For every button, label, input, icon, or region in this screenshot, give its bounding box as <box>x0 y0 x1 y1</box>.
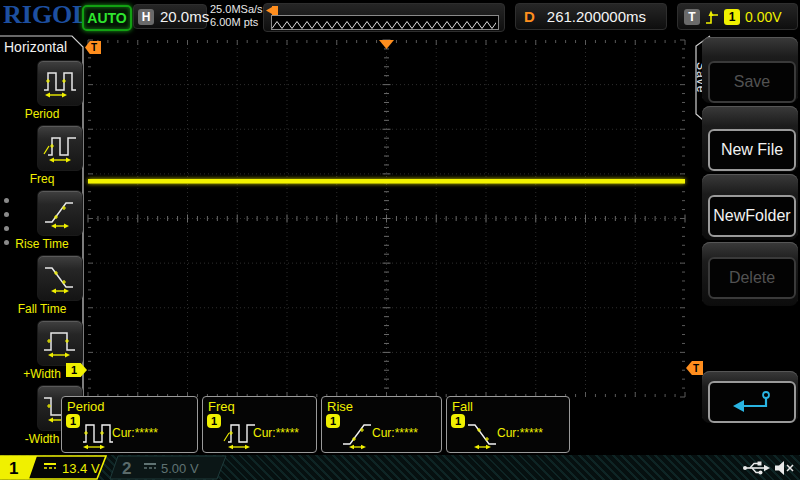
back-button[interactable] <box>708 381 796 423</box>
trigger-key-icon: T <box>684 9 700 25</box>
channel-status-bar: 1 13.4 V 2 5.00 V <box>0 455 800 480</box>
new-file-button[interactable]: New File <box>708 129 796 171</box>
freq-icon <box>42 132 78 164</box>
sample-rate-readout: 25.0MSa/s 6.00M pts <box>210 3 263 29</box>
source-channel-badge: 1 <box>66 414 80 428</box>
waveform-display-grid <box>88 40 685 397</box>
measurement-box-fall: Fall 1 Cur:***** Avg:***** Max:***** Min… <box>446 396 570 453</box>
sidebar-item-period[interactable] <box>37 60 83 106</box>
h-key-icon: H <box>138 9 154 25</box>
plus-width-icon <box>42 327 78 359</box>
ch1-indicator[interactable]: 1 13.4 V <box>0 456 106 479</box>
rigol-logo: RIGOL <box>3 0 90 30</box>
measurement-box-rise: Rise 1 Cur:***** Avg:***** Max:***** Min… <box>321 396 442 453</box>
sidebar-item-rise-time-label: Rise Time <box>0 237 84 251</box>
freq-icon <box>222 418 256 450</box>
measurement-cur: Cur:***** <box>112 427 161 440</box>
page-indicator-dot <box>4 226 9 231</box>
delete-button: Delete <box>708 257 796 299</box>
measurement-name: Fall <box>452 399 473 414</box>
run-status-badge[interactable]: AUTO <box>82 5 132 31</box>
sidebar-item-fall-time-label: Fall Time <box>0 302 84 316</box>
memory-depth: 6.00M pts <box>210 16 263 29</box>
source-channel-badge: 1 <box>326 414 340 428</box>
usb-icon <box>743 462 770 475</box>
sidebar-item-freq-label: Freq <box>0 172 84 186</box>
new-folder-button[interactable]: NewFolder <box>708 195 796 237</box>
horizontal-timebase-box[interactable]: H 20.0ms <box>133 4 207 29</box>
svg-text:5.00 V: 5.00 V <box>161 461 199 476</box>
sidebar-item-freq[interactable] <box>37 125 83 171</box>
sidebar-item-rise-time[interactable] <box>37 190 83 236</box>
period-icon <box>42 67 78 99</box>
overview-waveform <box>271 15 499 30</box>
measurement-cur: Cur:***** <box>253 427 302 440</box>
page-indicator-dot <box>4 240 9 245</box>
measurement-name: Period <box>67 399 105 414</box>
delay-value: 261.200000ms <box>535 8 658 25</box>
page-indicator-dot <box>4 212 9 217</box>
trigger-position-arrow-icon <box>266 6 278 15</box>
trigger-delay-box[interactable]: D 261.200000ms <box>515 3 667 30</box>
delay-label: D <box>524 8 535 25</box>
rise-time-icon <box>42 197 78 229</box>
measurement-cur: Cur:***** <box>372 427 421 440</box>
measurement-name: Freq <box>208 399 235 414</box>
trigger-status-box[interactable]: T 1 0.00V <box>677 3 798 30</box>
speaker-muted-icon <box>775 461 793 475</box>
ch1-trace <box>88 179 685 184</box>
source-channel-badge: 1 <box>451 414 465 428</box>
ch2-indicator[interactable]: 2 5.00 V <box>110 456 226 479</box>
measurement-box-freq: Freq 1 Cur:***** Avg:***** Max:***** Min… <box>202 396 317 453</box>
timebase-value: 20.0ms <box>160 8 209 25</box>
sidebar-item-period-label: Period <box>0 107 84 121</box>
rise-time-icon <box>341 418 375 450</box>
page-indicator-dot <box>4 198 9 203</box>
top-status-bar: RIGOL AUTO H 20.0ms 25.0MSa/s 6.00M pts … <box>0 0 800 33</box>
sample-rate: 25.0MSa/s <box>210 3 263 16</box>
trigger-level-value: 0.00V <box>745 9 782 25</box>
fall-time-icon <box>466 418 500 450</box>
trigger-source-badge: 1 <box>724 9 740 25</box>
waveform-overview-strip[interactable] <box>263 3 505 32</box>
measurement-cur: Cur:***** <box>497 427 546 440</box>
return-arrow-icon <box>730 389 774 415</box>
source-channel-badge: 1 <box>207 414 221 428</box>
period-icon <box>81 418 115 450</box>
save-button: Save <box>708 61 796 103</box>
channel-indicators: 1 13.4 V 2 5.00 V <box>0 455 240 480</box>
svg-text:13.4 V: 13.4 V <box>62 461 100 476</box>
svg-text:2: 2 <box>122 459 131 478</box>
measurement-box-period: Period 1 Cur:***** Avg:***** Max:***** M… <box>61 396 198 453</box>
svg-text:1: 1 <box>9 459 18 478</box>
trigger-slope-icon <box>705 9 719 25</box>
status-icons <box>742 458 796 478</box>
sidebar-item-fall-time[interactable] <box>37 255 83 301</box>
fall-time-icon <box>42 262 78 294</box>
sidebar-item-plus-width[interactable] <box>37 320 83 366</box>
trigger-position-marker-icon[interactable] <box>379 40 394 49</box>
measurement-name: Rise <box>327 399 353 414</box>
trigger-level-marker[interactable]: T <box>686 361 703 375</box>
